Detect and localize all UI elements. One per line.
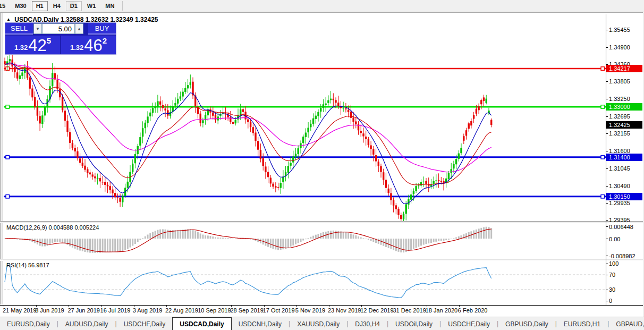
date-tick-mark — [394, 305, 394, 307]
chart-tab-audusd-daily[interactable]: AUDUSD,Daily — [58, 318, 115, 330]
rsi-tick-label: 0 — [609, 298, 612, 304]
date-axis-label: 17 Oct 2019 — [263, 307, 295, 314]
buy-price-point: 2 — [103, 36, 107, 45]
price-tick-label: 1.33805 — [609, 78, 630, 84]
price-tick-mark — [606, 151, 608, 151]
date-tick-mark — [101, 305, 102, 307]
macd-tick-mark — [606, 226, 608, 227]
chart-tab-gbpaud-h1[interactable]: GBPAUD,H1 — [609, 318, 644, 330]
rsi-tick-mark — [606, 301, 608, 301]
mt4-window: 15M30H1H4D1W1MN ▲ USDCAD,Daily 1.32588 1… — [0, 0, 644, 330]
buy-price-pips: 46 — [84, 37, 102, 54]
sell-button[interactable]: SELL — [5, 23, 33, 35]
sell-price-pips: 42 — [28, 37, 46, 54]
rsi-tick-label: 30 — [609, 286, 615, 293]
price-tick-mark — [606, 186, 608, 187]
timeframe-button-m30[interactable]: M30 — [11, 1, 30, 11]
date-tick-mark — [69, 305, 69, 307]
volume-increase-icon[interactable]: ▲ — [75, 23, 83, 34]
chart-tab-gbpusd-daily[interactable]: GBPUSD,Daily — [498, 318, 555, 330]
chart-ohlc-values: 1.32588 1.32632 1.32349 1.32425 — [61, 16, 158, 23]
collapse-icon[interactable]: ▲ — [6, 17, 11, 22]
date-tick-mark — [427, 305, 427, 307]
date-axis-label: 21 May 2019 — [3, 307, 37, 314]
macd-tick-mark — [606, 256, 608, 256]
rsi-tick-mark — [606, 275, 608, 275]
chart-tab-xauusd-daily[interactable]: XAUUSD,Daily — [290, 318, 346, 330]
hline-price-flag: 1.33000 — [606, 103, 642, 111]
price-tick-mark — [606, 81, 608, 82]
date-axis-label: 18 Jan 2020 — [426, 307, 458, 314]
chart-tab-usdcad-daily[interactable]: USDCAD,Daily — [172, 317, 231, 330]
date-axis-label: 27 Jun 2019 — [67, 307, 100, 314]
price-tick-label: 1.29395 — [609, 217, 630, 223]
rsi-label: RSI(14) 56.9817 — [6, 262, 49, 268]
price-tick-label: 1.31045 — [609, 165, 630, 172]
timeframe-button-mn[interactable]: MN — [101, 1, 118, 11]
date-tick-mark — [459, 305, 460, 307]
date-axis-label: 5 Nov 2019 — [295, 307, 325, 314]
chart-tab-usdchf-daily[interactable]: USDCHF,Daily — [441, 318, 497, 330]
price-tick-mark — [606, 30, 608, 30]
price-tick-label: 1.30490 — [609, 183, 630, 189]
timeframe-button-d1[interactable]: D1 — [66, 1, 82, 11]
toolbar-separator — [122, 1, 123, 11]
timeframe-button-h4[interactable]: H4 — [49, 1, 65, 11]
macd-tick-label: -0.008982 — [609, 253, 635, 259]
chart-tab-eurusd-daily[interactable]: EURUSD,Daily — [0, 318, 57, 330]
price-tick-mark — [606, 47, 608, 48]
date-axis-label: 8 Jun 2019 — [35, 307, 64, 314]
date-tick-mark — [264, 305, 265, 307]
chart-tab-dj30-h4[interactable]: DJ30,H4 — [348, 318, 387, 330]
date-tick-mark — [361, 305, 362, 307]
price-tick-label: 1.34900 — [609, 44, 630, 50]
buy-button[interactable]: BUY — [88, 23, 116, 35]
price-tick-mark — [606, 116, 608, 117]
timeframe-button-w1[interactable]: W1 — [83, 1, 100, 11]
price-tick-mark — [606, 99, 608, 99]
buy-price-quote[interactable]: 1.32 46 2 — [61, 36, 116, 54]
date-tick-mark — [296, 305, 297, 307]
date-tick-mark — [134, 305, 134, 307]
macd-tick-label: 0.00 — [609, 236, 620, 242]
price-tick-mark — [606, 168, 608, 169]
hline-price-flag: 1.30150 — [606, 193, 642, 200]
chart-tab-usdoil-daily[interactable]: USDOil,Daily — [388, 318, 439, 330]
hline-price-flag: 1.31400 — [606, 154, 642, 161]
chart-symbol: USDCAD,Daily — [14, 16, 58, 23]
volume-decrease-icon[interactable]: ▼ — [33, 23, 42, 34]
rsi-indicator-pane[interactable] — [4, 261, 606, 304]
buy-price-base: 1.32 — [70, 44, 83, 52]
date-tick-mark — [231, 305, 232, 307]
rsi-tick-label: 100 — [609, 260, 618, 267]
chart-tab-bar: EURUSD,Daily|AUDUSD,Daily|USDCHF,DailyUS… — [0, 317, 644, 330]
hline-price-flag: 1.34217 — [606, 65, 642, 72]
rsi-tick-mark — [606, 264, 608, 264]
date-tick-mark — [329, 305, 329, 307]
timeframe-button-15[interactable]: 15 — [0, 1, 10, 11]
timeframe-toolbar: 15M30H1H4D1W1MN — [0, 0, 644, 12]
macd-tick-label: 0.006448 — [609, 224, 633, 230]
volume-input[interactable]: 5.00 — [42, 23, 75, 34]
timeframe-button-h1[interactable]: H1 — [32, 1, 48, 11]
price-tick-label: 1.35455 — [609, 27, 630, 33]
date-tick-mark — [4, 305, 4, 307]
price-tick-label: 1.32155 — [609, 130, 630, 137]
price-tick-label: 1.32695 — [609, 113, 630, 120]
current-price-flag: 1.32425 — [606, 121, 642, 129]
date-axis-label: 28 Sep 2019 — [230, 307, 263, 314]
price-tick-mark — [606, 133, 608, 134]
chart-tab-usdchf-daily[interactable]: USDCHF,Daily — [117, 318, 173, 330]
sell-price-base: 1.32 — [14, 44, 28, 52]
chart-tab-usdcnh-daily[interactable]: USDCNH,Daily — [232, 318, 289, 330]
date-axis-label: 10 Sep 2019 — [198, 307, 231, 314]
date-tick-mark — [166, 305, 167, 307]
date-axis-label: 16 Jul 2019 — [100, 307, 131, 314]
price-tick-mark — [606, 203, 608, 204]
price-tick-label: 1.33250 — [609, 96, 630, 102]
sell-price-quote[interactable]: 1.32 42 5 — [5, 36, 60, 54]
chart-tab-eurusd-h1[interactable]: EURUSD,H1 — [557, 318, 607, 330]
date-axis-label: 22 Aug 2019 — [165, 307, 198, 314]
date-axis-label: 3 Aug 2019 — [133, 307, 163, 314]
rsi-tick-label: 70 — [609, 272, 615, 278]
